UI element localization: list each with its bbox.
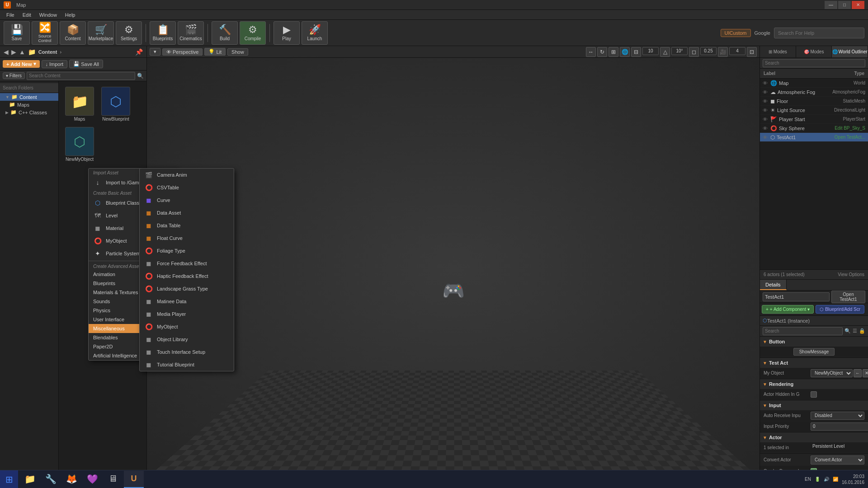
- perspective-button[interactable]: 👁 Perspective: [162, 48, 203, 56]
- details-search-input[interactable]: [763, 327, 843, 335]
- media-player-item[interactable]: ◼ Media Player: [140, 308, 234, 320]
- compile-button[interactable]: ⚙ Compile: [240, 21, 266, 45]
- so-item-atmospheric-fog[interactable]: 👁 ☁ Atmospheric Fog AtmosphericFog: [760, 88, 868, 97]
- vp-dropdown-button[interactable]: ▾: [150, 48, 160, 56]
- translate-icon[interactable]: ↔: [586, 47, 596, 57]
- menu-help[interactable]: Help: [61, 11, 79, 19]
- so-item-player-start[interactable]: 👁 🚩 Player Start PlayerStart: [760, 115, 868, 124]
- so-eye-icon-player[interactable]: 👁: [763, 117, 768, 122]
- scene-search-input[interactable]: [763, 59, 865, 67]
- actor-name-input[interactable]: [763, 292, 830, 301]
- maximize-button[interactable]: □: [838, 1, 851, 9]
- landscape-grass-item[interactable]: ⭕ Landscape Grass Type: [140, 282, 234, 295]
- so-eye-icon-test[interactable]: 👁: [763, 135, 768, 140]
- tree-item-maps[interactable]: 📁 Maps: [0, 101, 58, 108]
- object-library-item[interactable]: ◼ Object Library: [140, 333, 234, 346]
- taskbar-firefox[interactable]: 🦊: [61, 471, 81, 488]
- scale-snap-input[interactable]: [700, 47, 717, 55]
- curve-item[interactable]: ◼ Curve: [140, 194, 234, 206]
- add-component-button[interactable]: + + Add Component ▾: [762, 305, 814, 314]
- data-asset-item[interactable]: ◼ Data Asset: [140, 206, 234, 219]
- angle-snap-icon[interactable]: △: [660, 47, 670, 57]
- viewport-canvas[interactable]: 🎮: [147, 58, 760, 478]
- taskbar-vs[interactable]: 💜: [82, 471, 102, 488]
- so-item-map[interactable]: 👁 🌐 Map World: [760, 79, 868, 88]
- so-eye-icon-sky[interactable]: 👁: [763, 126, 768, 131]
- taskbar-app2[interactable]: 🖥: [103, 471, 123, 488]
- input-priority-input[interactable]: [811, 422, 868, 431]
- rotate-icon[interactable]: ↻: [597, 47, 607, 57]
- cinematics-button[interactable]: 🎬 Cinematics: [178, 21, 204, 45]
- view-options-btn[interactable]: View Options: [838, 272, 864, 277]
- levels-tab[interactable]: ⊞ Modes: [760, 46, 796, 57]
- cb-back-button[interactable]: ◀: [4, 48, 9, 56]
- tutorial-blueprint-item[interactable]: ◼ Tutorial Blueprint: [140, 358, 234, 371]
- asset-item-maps[interactable]: 📁 Maps: [62, 85, 97, 123]
- my-object-clear-button[interactable]: ✕: [863, 369, 868, 377]
- csvtable-item[interactable]: ⭕ CSVTable: [140, 181, 234, 194]
- lock-icon[interactable]: 🔒: [859, 328, 865, 334]
- blueprints-button[interactable]: 📋 Blueprints: [150, 21, 176, 45]
- auto-receive-select[interactable]: Disabled: [811, 412, 864, 420]
- angle-snap-input[interactable]: [671, 47, 688, 55]
- so-eye-icon-map[interactable]: 👁: [763, 80, 768, 86]
- menu-file[interactable]: File: [3, 11, 18, 19]
- taskbar-app1[interactable]: 🔧: [41, 471, 61, 488]
- so-eye-icon-light[interactable]: 👁: [763, 108, 768, 113]
- so-item-light[interactable]: 👁 ☀ Light Source DirectionalLight: [760, 106, 868, 115]
- details-tab[interactable]: Details: [760, 280, 787, 290]
- so-item-floor[interactable]: 👁 ◼ Floor StaticMesh: [760, 97, 868, 106]
- my-object-select[interactable]: NewMyObject: [811, 369, 853, 377]
- start-button[interactable]: ⊞: [0, 470, 18, 488]
- matinee-data-item[interactable]: ◼ Matinee Data: [140, 295, 234, 308]
- tree-search-input[interactable]: [0, 83, 58, 93]
- content-button[interactable]: 📦 Content: [60, 21, 86, 45]
- modes-tab[interactable]: 🎯 Modes: [796, 46, 832, 57]
- actor-hidden-checkbox[interactable]: [811, 391, 817, 398]
- show-message-button[interactable]: ShowMessage: [793, 348, 835, 356]
- bp-script-button[interactable]: ⬡ Blueprint/Add Scr: [816, 305, 864, 314]
- force-feedback-item[interactable]: ◼ Force Feedback Effect: [140, 257, 234, 270]
- save-all-button[interactable]: 💾 Save All: [69, 60, 103, 68]
- convert-actor-select[interactable]: Convert Actor: [811, 455, 864, 465]
- asset-item-myobject[interactable]: ⬡ NewMyObject: [62, 125, 97, 164]
- world-outliner-tab[interactable]: 🌐 World Outliner: [832, 46, 868, 57]
- open-testact-button[interactable]: Open TestAct1: [831, 291, 865, 303]
- add-new-button[interactable]: + Add New ▾: [3, 60, 40, 68]
- import-button[interactable]: ↓ Import: [42, 60, 68, 68]
- foliage-type-item[interactable]: ⭕ Foliage Type: [140, 244, 234, 257]
- so-eye-icon-fog[interactable]: 👁: [763, 89, 768, 95]
- touch-interface-item[interactable]: ◼ Touch Interface Setup: [140, 346, 234, 358]
- so-item-testact1[interactable]: 👁 ⬡ TestAct1 Open TestAct...: [760, 133, 868, 142]
- maximize-viewport-icon[interactable]: ⊡: [747, 47, 757, 57]
- scale-icon[interactable]: ⊞: [609, 47, 618, 57]
- test-act-section-header[interactable]: ▼ Test Act: [760, 358, 868, 368]
- taskbar-explorer[interactable]: 📁: [20, 471, 40, 488]
- float-curve-item[interactable]: ◼ Float Curve: [140, 232, 234, 244]
- rendering-section-header[interactable]: ▼ Rendering: [760, 379, 868, 389]
- menu-edit[interactable]: Edit: [19, 11, 35, 19]
- lit-button[interactable]: 💡 Lit: [204, 48, 226, 56]
- camera-speed-icon[interactable]: 🎥: [718, 47, 728, 57]
- show-button[interactable]: Show: [227, 48, 248, 56]
- search-content-input[interactable]: [27, 72, 135, 80]
- launch-button[interactable]: 🚀 Launch: [302, 21, 328, 45]
- button-section-header[interactable]: ▼ Button: [760, 337, 868, 347]
- minimize-button[interactable]: —: [825, 1, 837, 9]
- camera-speed-input[interactable]: [729, 47, 745, 55]
- close-button[interactable]: ✕: [852, 1, 864, 9]
- data-table-item[interactable]: ◼ Data Table: [140, 219, 234, 232]
- actor-section-header[interactable]: ▼ Actor: [760, 432, 868, 442]
- cb-up-button[interactable]: ▲: [19, 48, 25, 56]
- tree-item-content[interactable]: ▼ 📁 Content: [0, 93, 58, 101]
- snap-icon[interactable]: ⊟: [631, 47, 641, 57]
- camera-anim-item[interactable]: 🎬 Camera Anim: [140, 169, 234, 181]
- volume-icon[interactable]: 🔊: [824, 477, 829, 482]
- menu-window[interactable]: Window: [36, 11, 61, 19]
- play-button[interactable]: ▶ Play: [274, 21, 300, 45]
- cb-pin-icon[interactable]: 📌: [135, 48, 143, 56]
- tree-item-cppclasses[interactable]: ▶ 📁 C++ Classes: [0, 108, 58, 116]
- save-button[interactable]: 💾 Save: [4, 21, 30, 45]
- help-search-input[interactable]: [774, 28, 864, 38]
- taskbar-unreal[interactable]: U: [124, 471, 144, 488]
